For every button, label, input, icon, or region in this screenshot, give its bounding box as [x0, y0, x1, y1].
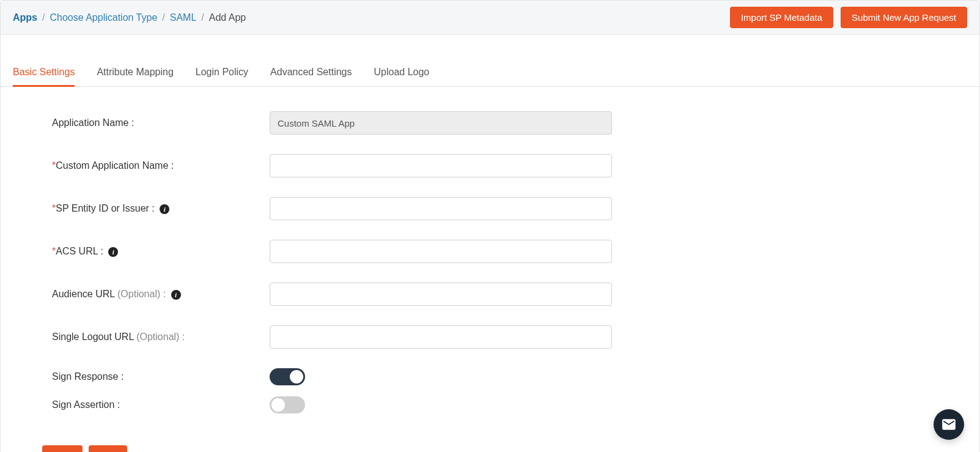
row-application-name: Application Name :	[52, 111, 663, 135]
input-custom-app-name[interactable]	[270, 154, 612, 177]
label-acs-url: *ACS URL : i	[52, 246, 270, 257]
tab-advanced-settings[interactable]: Advanced Settings	[270, 59, 352, 87]
breadcrumb-sep: /	[162, 12, 164, 23]
label-sign-response: Sign Response :	[52, 371, 270, 382]
tabs: Basic Settings Attribute Mapping Login P…	[1, 59, 979, 87]
import-sp-metadata-button[interactable]: Import SP Metadata	[730, 7, 833, 28]
save-button[interactable]: Save	[42, 445, 83, 452]
tab-basic-settings[interactable]: Basic Settings	[13, 59, 75, 87]
label-text: Custom Application Name :	[56, 160, 174, 171]
label-text: SP Entity ID or Issuer :	[56, 203, 155, 213]
row-custom-app-name: *Custom Application Name :	[52, 154, 663, 177]
input-acs-url[interactable]	[270, 240, 612, 263]
mail-icon	[941, 417, 957, 432]
info-icon[interactable]: i	[171, 290, 181, 300]
info-icon[interactable]: i	[108, 247, 118, 257]
tab-upload-logo[interactable]: Upload Logo	[374, 59, 430, 87]
row-sp-entity-id: *SP Entity ID or Issuer : i	[52, 197, 663, 220]
label-audience-url: Audience URL (Optional) : i	[52, 289, 270, 300]
tab-login-policy[interactable]: Login Policy	[196, 59, 248, 87]
label-custom-app-name: *Custom Application Name :	[52, 160, 270, 171]
breadcrumb-saml[interactable]: SAML	[170, 12, 197, 23]
toggle-sign-response[interactable]	[270, 368, 305, 385]
form-area: Application Name : *Custom Application N…	[1, 87, 979, 445]
label-text: ACS URL :	[56, 246, 103, 256]
toggle-sign-assertion[interactable]	[270, 396, 305, 413]
input-sp-entity-id[interactable]	[270, 197, 612, 220]
label-sign-assertion: Sign Assertion :	[52, 399, 270, 410]
info-icon[interactable]: i	[160, 204, 169, 214]
chat-fab[interactable]	[934, 409, 964, 440]
row-sign-response: Sign Response :	[52, 368, 663, 385]
label-single-logout-url: Single Logout URL (Optional) :	[52, 332, 270, 343]
optional-text: (Optional) :	[117, 289, 166, 299]
breadcrumb-apps[interactable]: Apps	[13, 12, 37, 23]
label-text: Single Logout URL	[52, 332, 134, 342]
input-audience-url[interactable]	[270, 283, 612, 306]
tab-attribute-mapping[interactable]: Attribute Mapping	[97, 59, 173, 87]
next-button[interactable]: Next	[89, 445, 127, 452]
row-single-logout-url: Single Logout URL (Optional) :	[52, 325, 663, 349]
breadcrumb: Apps / Choose Application Type / SAML / …	[13, 12, 246, 23]
label-sp-entity-id: *SP Entity ID or Issuer : i	[52, 203, 270, 214]
breadcrumb-choose-type[interactable]: Choose Application Type	[50, 12, 157, 23]
submit-new-app-request-button[interactable]: Submit New App Request	[841, 7, 967, 28]
row-acs-url: *ACS URL : i	[52, 240, 663, 263]
footer-actions: Save Next	[1, 445, 979, 452]
input-single-logout-url[interactable]	[270, 325, 612, 349]
label-application-name: Application Name :	[52, 117, 270, 128]
top-actions: Import SP Metadata Submit New App Reques…	[730, 7, 967, 28]
breadcrumb-sep: /	[201, 12, 204, 23]
input-application-name	[270, 111, 612, 135]
row-sign-assertion: Sign Assertion :	[52, 396, 663, 413]
row-audience-url: Audience URL (Optional) : i	[52, 283, 663, 306]
label-text: Audience URL	[52, 289, 115, 299]
topbar: Apps / Choose Application Type / SAML / …	[1, 1, 979, 35]
breadcrumb-sep: /	[42, 12, 45, 23]
breadcrumb-add-app: Add App	[209, 12, 246, 23]
optional-text: (Optional) :	[136, 332, 185, 342]
